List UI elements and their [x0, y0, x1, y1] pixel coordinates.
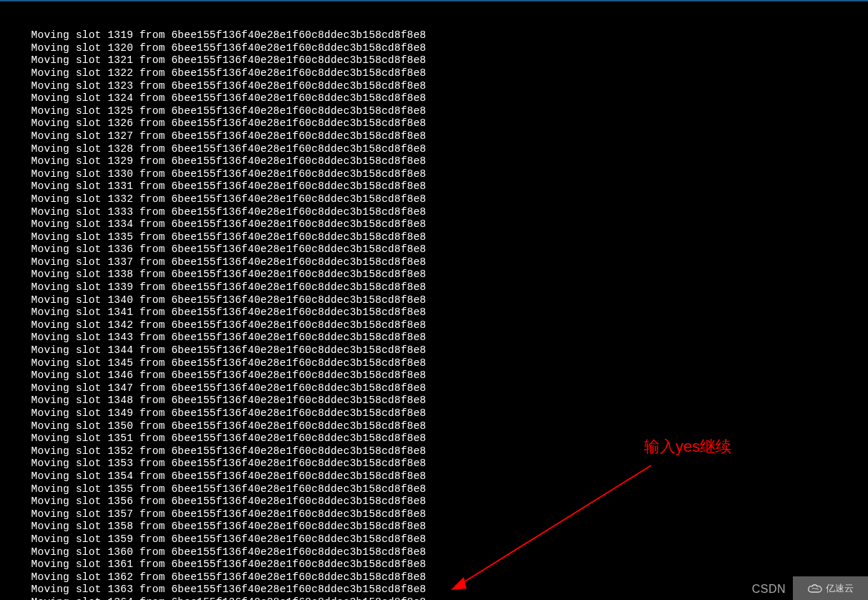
terminal-line: Moving slot 1330 from 6bee155f136f40e28e… — [6, 168, 448, 181]
terminal-line: Moving slot 1324 from 6bee155f136f40e28e… — [6, 92, 448, 105]
terminal-line: Moving slot 1349 from 6bee155f136f40e28e… — [6, 407, 448, 420]
window-top-border — [0, 0, 868, 1]
terminal-line: Moving slot 1336 from 6bee155f136f40e28e… — [6, 243, 448, 256]
terminal-line: Moving slot 1337 from 6bee155f136f40e28e… — [6, 256, 448, 269]
terminal-line: Moving slot 1359 from 6bee155f136f40e28e… — [6, 533, 448, 546]
terminal-line: Moving slot 1335 from 6bee155f136f40e28e… — [6, 231, 448, 244]
watermark-yisu: 亿速云 — [793, 576, 868, 600]
terminal-line: Moving slot 1347 from 6bee155f136f40e28e… — [6, 382, 448, 395]
terminal-line: Moving slot 1333 from 6bee155f136f40e28e… — [6, 206, 448, 219]
terminal-line: Moving slot 1320 from 6bee155f136f40e28e… — [6, 42, 448, 55]
terminal-line: Moving slot 1352 from 6bee155f136f40e28e… — [6, 445, 448, 458]
terminal-line: Moving slot 1354 from 6bee155f136f40e28e… — [6, 470, 448, 483]
terminal-line: Moving slot 1322 from 6bee155f136f40e28e… — [6, 67, 448, 80]
terminal-line: Moving slot 1344 from 6bee155f136f40e28e… — [6, 344, 448, 357]
terminal-line: Moving slot 1338 from 6bee155f136f40e28e… — [6, 268, 448, 281]
svg-marker-1 — [451, 577, 467, 590]
terminal-line: Moving slot 1346 from 6bee155f136f40e28e… — [6, 369, 448, 382]
watermark-yisu-text: 亿速云 — [826, 582, 854, 595]
terminal-line: Moving slot 1341 from 6bee155f136f40e28e… — [6, 306, 448, 319]
terminal-output: Moving slot 1319 from 6bee155f136f40e28e… — [6, 4, 448, 600]
terminal-line: Moving slot 1332 from 6bee155f136f40e28e… — [6, 193, 448, 206]
watermark-csdn: CSDN — [752, 583, 786, 596]
annotation-arrow — [444, 458, 658, 600]
terminal-line: Moving slot 1319 from 6bee155f136f40e28e… — [6, 29, 448, 42]
terminal-line: Moving slot 1323 from 6bee155f136f40e28e… — [6, 80, 448, 93]
terminal-line: Moving slot 1364 from 6bee155f136f40e28e… — [6, 596, 448, 600]
terminal-line: Moving slot 1362 from 6bee155f136f40e28e… — [6, 571, 448, 584]
terminal-line: Moving slot 1345 from 6bee155f136f40e28e… — [6, 357, 448, 370]
terminal-line: Moving slot 1327 from 6bee155f136f40e28e… — [6, 130, 448, 143]
terminal-line: Moving slot 1339 from 6bee155f136f40e28e… — [6, 281, 448, 294]
terminal-line: Moving slot 1361 from 6bee155f136f40e28e… — [6, 558, 448, 571]
terminal-line: Moving slot 1353 from 6bee155f136f40e28e… — [6, 458, 448, 470]
terminal-line: Moving slot 1340 from 6bee155f136f40e28e… — [6, 294, 448, 307]
terminal-line: Moving slot 1321 from 6bee155f136f40e28e… — [6, 54, 448, 67]
terminal-line: Moving slot 1351 from 6bee155f136f40e28e… — [6, 432, 448, 445]
terminal-line: Moving slot 1360 from 6bee155f136f40e28e… — [6, 546, 448, 559]
terminal-line: Moving slot 1326 from 6bee155f136f40e28e… — [6, 117, 448, 130]
terminal-line: Moving slot 1342 from 6bee155f136f40e28e… — [6, 319, 448, 332]
terminal-line: Moving slot 1348 from 6bee155f136f40e28e… — [6, 395, 448, 407]
terminal-lines: Moving slot 1319 from 6bee155f136f40e28e… — [6, 29, 448, 600]
terminal-line: Moving slot 1328 from 6bee155f136f40e28e… — [6, 143, 448, 156]
terminal-line: Moving slot 1356 from 6bee155f136f40e28e… — [6, 495, 448, 508]
terminal-line: Moving slot 1325 from 6bee155f136f40e28e… — [6, 105, 448, 118]
terminal-line: Moving slot 1334 from 6bee155f136f40e28e… — [6, 218, 448, 231]
annotation-callout: 输入yes继续 — [644, 440, 731, 453]
terminal-line: Moving slot 1358 from 6bee155f136f40e28e… — [6, 521, 448, 533]
cloud-icon — [807, 584, 823, 594]
terminal-line: Moving slot 1357 from 6bee155f136f40e28e… — [6, 508, 448, 521]
terminal-line: Moving slot 1331 from 6bee155f136f40e28e… — [6, 180, 448, 193]
terminal-line: Moving slot 1329 from 6bee155f136f40e28e… — [6, 155, 448, 168]
svg-line-0 — [458, 465, 651, 586]
terminal-line: Moving slot 1363 from 6bee155f136f40e28e… — [6, 584, 448, 596]
terminal-line: Moving slot 1343 from 6bee155f136f40e28e… — [6, 332, 448, 344]
terminal-line: Moving slot 1355 from 6bee155f136f40e28e… — [6, 483, 448, 496]
terminal-line: Moving slot 1350 from 6bee155f136f40e28e… — [6, 420, 448, 433]
